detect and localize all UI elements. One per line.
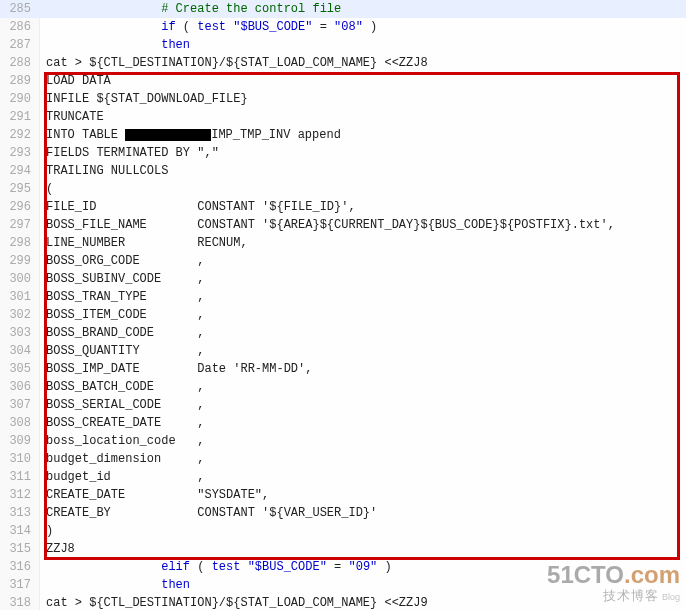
line-number: 304 <box>0 342 40 360</box>
line-number: 296 <box>0 198 40 216</box>
code-line: 295( <box>0 180 686 198</box>
line-number: 292 <box>0 126 40 144</box>
line-number: 316 <box>0 558 40 576</box>
code-line: 309boss_location_code , <box>0 432 686 450</box>
code-line: 286 if ( test "$BUS_CODE" = "08" ) <box>0 18 686 36</box>
line-number: 317 <box>0 576 40 594</box>
line-number: 305 <box>0 360 40 378</box>
line-number: 312 <box>0 486 40 504</box>
code-line: 303BOSS_BRAND_CODE , <box>0 324 686 342</box>
code-line: 310budget_dimension , <box>0 450 686 468</box>
code-line: 287 then <box>0 36 686 54</box>
code-line: 297BOSS_FILE_NAME CONSTANT '${AREA}${CUR… <box>0 216 686 234</box>
code-line: 289LOAD DATA <box>0 72 686 90</box>
line-code: budget_id , <box>40 468 204 486</box>
line-number: 308 <box>0 414 40 432</box>
code-line: 301BOSS_TRAN_TYPE , <box>0 288 686 306</box>
line-number: 297 <box>0 216 40 234</box>
line-number: 318 <box>0 594 40 610</box>
line-number: 288 <box>0 54 40 72</box>
code-line: 307BOSS_SERIAL_CODE , <box>0 396 686 414</box>
watermark-text-main: 51CTO <box>547 561 624 588</box>
line-number: 303 <box>0 324 40 342</box>
watermark-blog: Blog <box>662 592 680 602</box>
line-number: 287 <box>0 36 40 54</box>
line-number: 290 <box>0 90 40 108</box>
code-line: 293FIELDS TERMINATED BY "," <box>0 144 686 162</box>
line-code: INFILE ${STAT_DOWNLOAD_FILE} <box>40 90 248 108</box>
code-line: 306BOSS_BATCH_CODE , <box>0 378 686 396</box>
line-code: budget_dimension , <box>40 450 204 468</box>
line-number: 298 <box>0 234 40 252</box>
code-line: 296FILE_ID CONSTANT '${FILE_ID}', <box>0 198 686 216</box>
line-code: LINE_NUMBER RECNUM, <box>40 234 248 252</box>
code-line: 302BOSS_ITEM_CODE , <box>0 306 686 324</box>
code-line: 299BOSS_ORG_CODE , <box>0 252 686 270</box>
line-code: LOAD DATA <box>40 72 111 90</box>
code-line: 285 # Create the control file <box>0 0 686 18</box>
line-code: then <box>40 36 190 54</box>
line-number: 307 <box>0 396 40 414</box>
line-number: 314 <box>0 522 40 540</box>
code-listing: 285 # Create the control file286 if ( te… <box>0 0 686 610</box>
code-line: 305BOSS_IMP_DATE Date 'RR-MM-DD', <box>0 360 686 378</box>
line-code: BOSS_QUANTITY , <box>40 342 204 360</box>
line-code: BOSS_ITEM_CODE , <box>40 306 204 324</box>
code-line: 314) <box>0 522 686 540</box>
line-code: ZZJ8 <box>40 540 75 558</box>
line-code: ( <box>40 180 53 198</box>
redacted-block <box>125 129 211 141</box>
line-code: TRAILING NULLCOLS <box>40 162 168 180</box>
line-code: CREATE_DATE "SYSDATE", <box>40 486 269 504</box>
code-line: 292INTO TABLE IMP_TMP_INV append <box>0 126 686 144</box>
code-line: 294TRAILING NULLCOLS <box>0 162 686 180</box>
line-code: BOSS_ORG_CODE , <box>40 252 204 270</box>
code-line: 313CREATE_BY CONSTANT '${VAR_USER_ID}' <box>0 504 686 522</box>
line-code: if ( test "$BUS_CODE" = "08" ) <box>40 18 377 36</box>
watermark-sub: 技术博客 <box>603 588 659 603</box>
line-code: BOSS_BATCH_CODE , <box>40 378 204 396</box>
line-code: BOSS_IMP_DATE Date 'RR-MM-DD', <box>40 360 312 378</box>
line-number: 313 <box>0 504 40 522</box>
line-number: 302 <box>0 306 40 324</box>
code-line: 298LINE_NUMBER RECNUM, <box>0 234 686 252</box>
line-number: 295 <box>0 180 40 198</box>
line-code: FIELDS TERMINATED BY "," <box>40 144 219 162</box>
line-number: 301 <box>0 288 40 306</box>
code-line: 288cat > ${CTL_DESTINATION}/${STAT_LOAD_… <box>0 54 686 72</box>
line-code: cat > ${CTL_DESTINATION}/${STAT_LOAD_COM… <box>40 54 428 72</box>
line-number: 309 <box>0 432 40 450</box>
line-number: 286 <box>0 18 40 36</box>
line-code: BOSS_SERIAL_CODE , <box>40 396 204 414</box>
line-code: ) <box>40 522 53 540</box>
line-code: cat > ${CTL_DESTINATION}/${STAT_LOAD_COM… <box>40 594 428 610</box>
line-code: BOSS_TRAN_TYPE , <box>40 288 204 306</box>
watermark-text-com: .com <box>624 561 680 588</box>
line-number: 315 <box>0 540 40 558</box>
code-line: 300BOSS_SUBINV_CODE , <box>0 270 686 288</box>
line-code: BOSS_FILE_NAME CONSTANT '${AREA}${CURREN… <box>40 216 615 234</box>
code-line: 290INFILE ${STAT_DOWNLOAD_FILE} <box>0 90 686 108</box>
line-code: CREATE_BY CONSTANT '${VAR_USER_ID}' <box>40 504 377 522</box>
line-code: BOSS_CREATE_DATE , <box>40 414 204 432</box>
line-code: then <box>40 576 190 594</box>
line-number: 300 <box>0 270 40 288</box>
line-number: 285 <box>0 0 40 18</box>
code-line: 315ZZJ8 <box>0 540 686 558</box>
line-number: 311 <box>0 468 40 486</box>
code-line: 291TRUNCATE <box>0 108 686 126</box>
line-number: 289 <box>0 72 40 90</box>
code-line: 312CREATE_DATE "SYSDATE", <box>0 486 686 504</box>
line-code: FILE_ID CONSTANT '${FILE_ID}', <box>40 198 356 216</box>
line-code: BOSS_SUBINV_CODE , <box>40 270 204 288</box>
line-number: 310 <box>0 450 40 468</box>
watermark: 51CTO.com 技术博客 Blog <box>547 561 680 604</box>
code-line: 304BOSS_QUANTITY , <box>0 342 686 360</box>
line-code: boss_location_code , <box>40 432 204 450</box>
line-number: 294 <box>0 162 40 180</box>
line-code: # Create the control file <box>40 0 341 18</box>
line-code: elif ( test "$BUS_CODE" = "09" ) <box>40 558 392 576</box>
code-line: 311budget_id , <box>0 468 686 486</box>
line-number: 291 <box>0 108 40 126</box>
line-number: 293 <box>0 144 40 162</box>
